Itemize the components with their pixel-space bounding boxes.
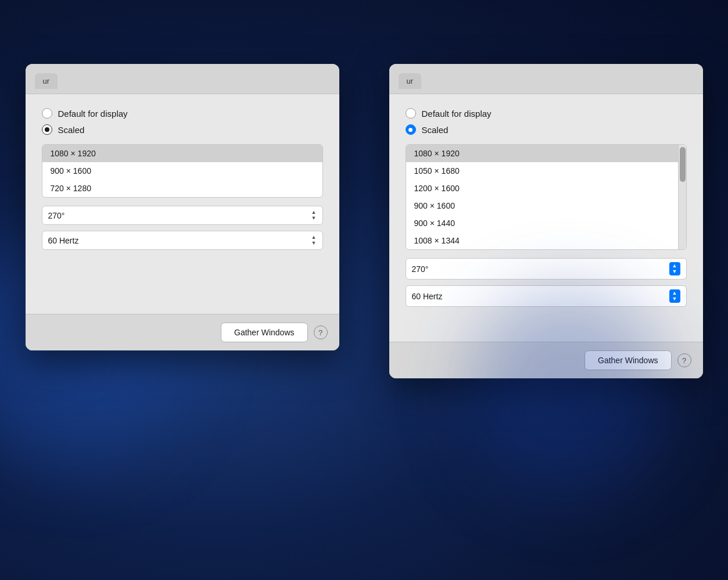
right-scrollbar-track[interactable] (678, 145, 686, 249)
list-item[interactable]: 900 × 1440 (406, 214, 678, 232)
right-gather-windows-button[interactable]: Gather Windows (584, 350, 671, 370)
left-radio-scaled-circle (42, 124, 52, 135)
left-radio-default-label: Default for display (58, 109, 128, 119)
list-item[interactable]: 1050 × 1680 (406, 162, 678, 180)
right-radio-default-label: Default for display (422, 109, 492, 119)
list-item[interactable]: 1200 × 1600 (406, 180, 678, 197)
left-rotation-value: 270° (48, 211, 311, 220)
left-refresh-value: 60 Hertz (48, 236, 311, 245)
list-item[interactable]: 1008 × 1344 (406, 232, 678, 249)
right-display-panel: ur Default for display Scaled (389, 64, 703, 378)
right-radio-scaled-label: Scaled (422, 125, 449, 135)
right-tab-label: ur (407, 77, 414, 85)
left-resolution-box: 1080 × 1920 900 × 1600 720 × 1280 (42, 144, 323, 198)
left-radio-default-circle (42, 108, 52, 119)
arrow-up-icon: ▲ (311, 210, 317, 215)
left-rotation-dropdown[interactable]: 270° ▲ ▼ (42, 206, 323, 225)
left-panel-body: Default for display Scaled 1080 × 1920 9… (26, 94, 339, 267)
right-refresh-dropdown[interactable]: 60 Hertz ▲ ▼ (406, 285, 687, 307)
right-rotation-value: 270° (412, 264, 669, 274)
arrow-down-icon: ▼ (311, 241, 317, 246)
left-panel-bottom: Gather Windows ? (26, 314, 339, 350)
left-res-list: 1080 × 1920 900 × 1600 720 × 1280 (42, 145, 322, 197)
right-scrollbar-thumb[interactable] (680, 147, 686, 182)
left-tab-ur[interactable]: ur (35, 73, 58, 89)
left-help-button[interactable]: ? (314, 325, 328, 339)
left-panel-half: ur Default for display Scaled 10 (1, 32, 364, 580)
left-refresh-stepper: ▲ ▼ (311, 235, 317, 246)
right-radio-default[interactable]: Default for display (406, 108, 687, 119)
right-radio-group: Default for display Scaled (406, 108, 687, 135)
left-top-bar: ur (26, 64, 339, 94)
list-item[interactable]: 900 × 1600 (42, 162, 322, 180)
right-rotation-stepper: ▲ ▼ (669, 262, 680, 275)
arrow-down-icon: ▼ (672, 296, 677, 302)
list-item[interactable]: 720 × 1280 (42, 180, 322, 197)
left-radio-group: Default for display Scaled (42, 108, 323, 135)
arrow-up-icon: ▲ (311, 235, 317, 240)
panels-container: ur Default for display Scaled 10 (0, 0, 728, 580)
left-rotation-stepper: ▲ ▼ (311, 210, 317, 221)
right-res-list: 1080 × 1920 1050 × 1680 1200 × 1600 900 … (406, 145, 678, 249)
right-refresh-stepper: ▲ ▼ (669, 289, 680, 303)
list-item[interactable]: 900 × 1600 (406, 197, 678, 214)
right-refresh-value: 60 Hertz (412, 292, 669, 301)
right-resolution-box: 1080 × 1920 1050 × 1680 1200 × 1600 900 … (406, 144, 687, 250)
left-radio-default[interactable]: Default for display (42, 108, 323, 119)
right-panel-half: ur Default for display Scaled (364, 32, 728, 580)
right-panel-body: Default for display Scaled 1080 × 1920 1… (389, 94, 703, 324)
right-top-bar: ur (389, 64, 703, 94)
left-refresh-dropdown[interactable]: 60 Hertz ▲ ▼ (42, 231, 323, 250)
right-help-button[interactable]: ? (677, 353, 691, 367)
arrow-up-icon: ▲ (672, 263, 677, 268)
left-radio-scaled[interactable]: Scaled (42, 124, 323, 135)
arrow-up-icon: ▲ (672, 291, 677, 296)
arrow-down-icon: ▼ (311, 216, 317, 221)
right-radio-default-circle (406, 108, 416, 119)
left-gather-windows-button[interactable]: Gather Windows (221, 323, 307, 342)
right-radio-scaled[interactable]: Scaled (406, 124, 687, 135)
right-rotation-dropdown[interactable]: 270° ▲ ▼ (406, 258, 687, 280)
left-tab-label: ur (43, 77, 50, 85)
right-tab-ur[interactable]: ur (399, 73, 422, 89)
right-panel-bottom: Gather Windows ? (389, 342, 703, 378)
left-radio-scaled-label: Scaled (58, 125, 85, 135)
left-display-panel: ur Default for display Scaled 10 (26, 64, 339, 350)
list-item[interactable]: 1080 × 1920 (406, 145, 678, 162)
right-radio-scaled-circle (406, 124, 416, 135)
list-item[interactable]: 1080 × 1920 (42, 145, 322, 162)
arrow-down-icon: ▼ (672, 269, 677, 274)
right-res-list-wrap: 1080 × 1920 1050 × 1680 1200 × 1600 900 … (406, 145, 678, 249)
